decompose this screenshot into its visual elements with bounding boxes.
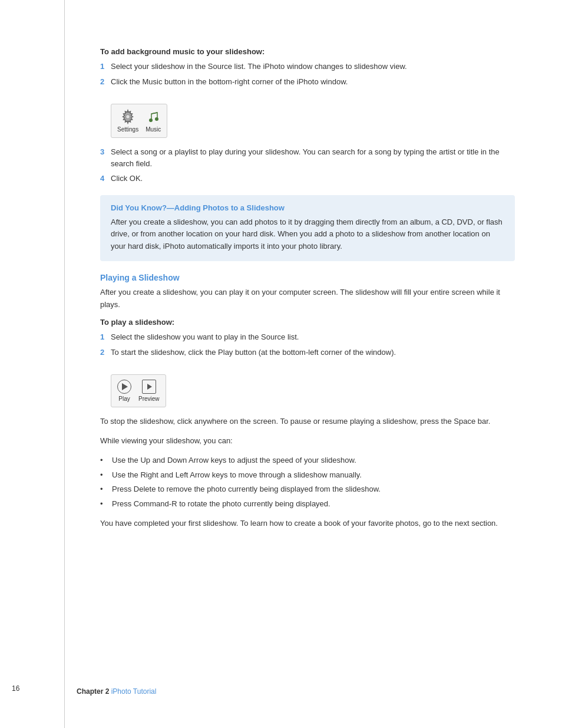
svg-line-4 xyxy=(151,113,157,114)
step-text: Select a song or a playlist to play duri… xyxy=(111,146,515,169)
add-music-steps-1-2: 1 Select your slideshow in the Source li… xyxy=(100,61,515,87)
play-icon-item: Play xyxy=(117,380,131,402)
closing-text: You have completed your first slideshow.… xyxy=(100,518,515,530)
did-you-know-title: Did You Know?—Adding Photos to a Slidesh… xyxy=(111,203,504,212)
bullet-text: Use the Up and Down Arrow keys to adjust… xyxy=(112,454,356,466)
preview-label: Preview xyxy=(138,396,160,402)
preview-triangle-icon xyxy=(147,384,152,390)
page-container: 16 To add background music to your slide… xyxy=(0,0,562,728)
left-margin: 16 xyxy=(0,0,65,728)
bullet-text: Press Delete to remove the photo current… xyxy=(112,483,381,495)
add-music-section: To add background music to your slidesho… xyxy=(100,47,515,185)
chapter-footer: Chapter 2 iPhoto Tutorial xyxy=(77,687,156,696)
bullet-item: • Use the Right and Left Arrow keys to m… xyxy=(100,469,515,481)
list-item: 2 To start the slideshow, click the Play… xyxy=(100,347,515,358)
did-you-know-text: After you create a slideshow, you can ad… xyxy=(111,216,504,253)
bullet-dot: • xyxy=(100,454,110,466)
list-item: 1 Select the slideshow you want to play … xyxy=(100,331,515,343)
settings-icon-item: Settings xyxy=(117,109,138,133)
preview-rect-icon xyxy=(142,380,156,394)
music-icon xyxy=(147,109,160,124)
playing-slideshow-intro: After you create a slideshow, you can pl… xyxy=(100,286,515,311)
step-number: 1 xyxy=(100,331,111,343)
play-preview-icons: Play Preview xyxy=(111,374,166,407)
content-area: To add background music to your slidesho… xyxy=(65,0,562,728)
step-text: Click OK. xyxy=(111,173,515,185)
step-text: Click the Music button in the bottom-rig… xyxy=(111,76,515,88)
settings-icon xyxy=(120,109,135,124)
bullet-dot: • xyxy=(100,483,110,495)
step-text: Select your slideshow in the Source list… xyxy=(111,61,515,73)
list-item: 4 Click OK. xyxy=(100,173,515,185)
play-label: Play xyxy=(118,396,130,402)
step-number: 3 xyxy=(100,146,111,169)
svg-point-3 xyxy=(155,117,158,121)
chapter-link: iPhoto Tutorial xyxy=(111,687,157,696)
while-viewing-intro: While viewing your slideshow, you can: xyxy=(100,435,515,447)
add-music-heading: To add background music to your slidesho… xyxy=(100,47,515,56)
bullet-text: Use the Right and Left Arrow keys to mov… xyxy=(112,469,362,481)
preview-icon-item: Preview xyxy=(138,380,160,402)
step-number: 2 xyxy=(100,76,111,88)
step-number: 2 xyxy=(100,347,111,358)
step-number: 4 xyxy=(100,173,111,185)
music-label: Music xyxy=(146,126,161,133)
step-text: To start the slideshow, click the Play b… xyxy=(111,347,515,358)
play-steps: 1 Select the slideshow you want to play … xyxy=(100,331,515,358)
step-text: Select the slideshow you want to play in… xyxy=(111,331,515,343)
viewing-bullets: • Use the Up and Down Arrow keys to adju… xyxy=(100,454,515,509)
add-music-steps-3-4: 3 Select a song or a playlist to play du… xyxy=(100,146,515,185)
bullet-item: • Press Command-R to rotate the photo cu… xyxy=(100,498,515,510)
step-number: 1 xyxy=(100,61,111,73)
settings-label: Settings xyxy=(117,126,138,133)
settings-music-icons: Settings Music xyxy=(111,104,167,138)
chapter-label: Chapter 2 xyxy=(77,687,109,696)
bullet-dot: • xyxy=(100,498,110,510)
play-triangle-icon xyxy=(122,383,128,390)
play-circle-icon xyxy=(117,380,131,394)
svg-point-2 xyxy=(149,118,153,122)
bullet-item: • Press Delete to remove the photo curre… xyxy=(100,483,515,495)
play-slideshow-heading: To play a slideshow: xyxy=(100,318,515,327)
bullet-text: Press Command-R to rotate the photo curr… xyxy=(112,498,330,510)
bullet-dot: • xyxy=(100,469,110,481)
list-item: 1 Select your slideshow in the Source li… xyxy=(100,61,515,73)
did-you-know-box: Did You Know?—Adding Photos to a Slidesh… xyxy=(100,195,515,261)
music-icon-item: Music xyxy=(146,109,161,133)
svg-point-1 xyxy=(126,115,130,119)
list-item: 2 Click the Music button in the bottom-r… xyxy=(100,76,515,88)
playing-slideshow-title: Playing a Slideshow xyxy=(100,273,515,282)
list-item: 3 Select a song or a playlist to play du… xyxy=(100,146,515,169)
bullet-item: • Use the Up and Down Arrow keys to adju… xyxy=(100,454,515,466)
page-number: 16 xyxy=(12,684,19,693)
playing-slideshow-section: Playing a Slideshow After you create a s… xyxy=(100,273,515,530)
stop-text: To stop the slideshow, click anywhere on… xyxy=(100,416,515,428)
